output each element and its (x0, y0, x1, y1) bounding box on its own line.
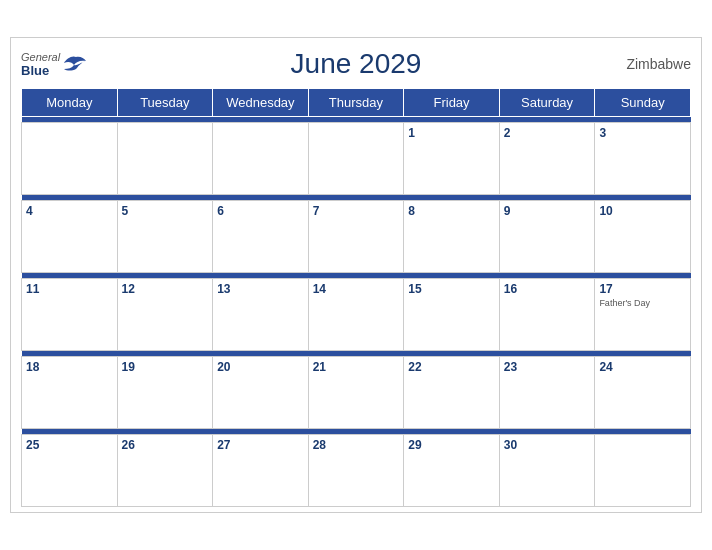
day-cell-w1d3: 7 (308, 201, 404, 273)
day-number: 19 (122, 360, 209, 374)
day-number: 4 (26, 204, 113, 218)
calendar-table: Monday Tuesday Wednesday Thursday Friday… (21, 88, 691, 507)
day-cell-w3d2: 20 (213, 357, 309, 429)
day-number: 30 (504, 438, 591, 452)
day-cell-w1d0: 4 (22, 201, 118, 273)
day-number: 17 (599, 282, 686, 296)
week-row-0: 123 (22, 123, 691, 195)
week-row-1: 45678910 (22, 201, 691, 273)
header-thursday: Thursday (308, 89, 404, 117)
day-cell-w0d5: 2 (499, 123, 595, 195)
logo-general: General (21, 51, 60, 63)
day-number: 2 (504, 126, 591, 140)
day-number: 18 (26, 360, 113, 374)
day-cell-w2d2: 13 (213, 279, 309, 351)
day-number: 8 (408, 204, 495, 218)
day-cell-w1d5: 9 (499, 201, 595, 273)
day-cell-w0d0 (22, 123, 118, 195)
day-number: 1 (408, 126, 495, 140)
header-friday: Friday (404, 89, 500, 117)
day-number: 20 (217, 360, 304, 374)
header-wednesday: Wednesday (213, 89, 309, 117)
day-cell-w4d6 (595, 435, 691, 507)
day-number: 16 (504, 282, 591, 296)
day-number: 22 (408, 360, 495, 374)
day-cell-w0d6: 3 (595, 123, 691, 195)
day-number: 12 (122, 282, 209, 296)
day-number: 13 (217, 282, 304, 296)
week-row-2: 11121314151617Father's Day (22, 279, 691, 351)
day-cell-w3d3: 21 (308, 357, 404, 429)
calendar-body: 1234567891011121314151617Father's Day181… (22, 117, 691, 507)
event-label: Father's Day (599, 298, 686, 308)
calendar-header: General Blue June 2029 Zimbabwe (21, 48, 691, 80)
day-number: 27 (217, 438, 304, 452)
logo-blue: Blue (21, 63, 60, 78)
day-cell-w3d1: 19 (117, 357, 213, 429)
header-tuesday: Tuesday (117, 89, 213, 117)
days-header-row: Monday Tuesday Wednesday Thursday Friday… (22, 89, 691, 117)
day-cell-w2d3: 14 (308, 279, 404, 351)
day-cell-w3d4: 22 (404, 357, 500, 429)
day-cell-w4d5: 30 (499, 435, 595, 507)
day-number: 11 (26, 282, 113, 296)
day-number: 23 (504, 360, 591, 374)
day-cell-w1d4: 8 (404, 201, 500, 273)
calendar-container: General Blue June 2029 Zimbabwe Monday T… (10, 37, 702, 513)
day-cell-w0d3 (308, 123, 404, 195)
day-cell-w4d0: 25 (22, 435, 118, 507)
day-cell-w4d4: 29 (404, 435, 500, 507)
day-cell-w0d4: 1 (404, 123, 500, 195)
day-number: 6 (217, 204, 304, 218)
day-cell-w2d0: 11 (22, 279, 118, 351)
day-cell-w2d4: 15 (404, 279, 500, 351)
calendar-title: June 2029 (291, 48, 422, 80)
day-cell-w3d6: 24 (595, 357, 691, 429)
day-cell-w1d2: 6 (213, 201, 309, 273)
logo-bird-icon (62, 55, 90, 73)
day-cell-w1d1: 5 (117, 201, 213, 273)
day-cell-w2d5: 16 (499, 279, 595, 351)
day-number: 7 (313, 204, 400, 218)
day-number: 21 (313, 360, 400, 374)
country-label: Zimbabwe (626, 56, 691, 72)
week-row-3: 18192021222324 (22, 357, 691, 429)
day-cell-w1d6: 10 (595, 201, 691, 273)
day-cell-w0d2 (213, 123, 309, 195)
week-row-4: 252627282930 (22, 435, 691, 507)
day-number: 14 (313, 282, 400, 296)
day-cell-w3d0: 18 (22, 357, 118, 429)
day-cell-w3d5: 23 (499, 357, 595, 429)
day-cell-w0d1 (117, 123, 213, 195)
day-cell-w4d3: 28 (308, 435, 404, 507)
day-cell-w4d2: 27 (213, 435, 309, 507)
day-number: 29 (408, 438, 495, 452)
day-number: 5 (122, 204, 209, 218)
day-number: 9 (504, 204, 591, 218)
day-number: 26 (122, 438, 209, 452)
header-saturday: Saturday (499, 89, 595, 117)
day-cell-w2d6: 17Father's Day (595, 279, 691, 351)
day-number: 28 (313, 438, 400, 452)
logo-area: General Blue (21, 51, 90, 78)
day-number: 15 (408, 282, 495, 296)
header-monday: Monday (22, 89, 118, 117)
day-number: 3 (599, 126, 686, 140)
day-cell-w2d1: 12 (117, 279, 213, 351)
day-number: 10 (599, 204, 686, 218)
header-sunday: Sunday (595, 89, 691, 117)
day-number: 25 (26, 438, 113, 452)
day-cell-w4d1: 26 (117, 435, 213, 507)
day-number: 24 (599, 360, 686, 374)
